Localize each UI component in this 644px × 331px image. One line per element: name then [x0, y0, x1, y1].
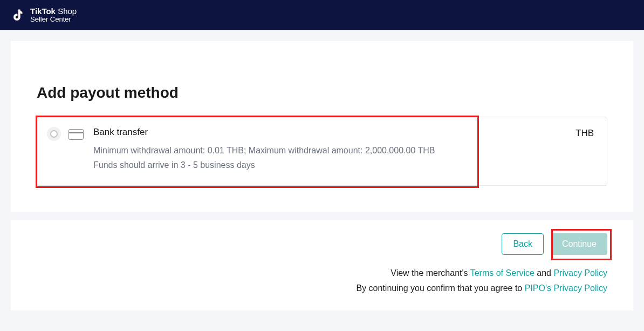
brand-subtitle: Seller Center — [30, 16, 77, 23]
legal-text: View the merchant's Terms of Service and… — [37, 266, 607, 295]
footer-panel: Back Continue View the merchant's Terms … — [11, 220, 633, 310]
option-detail-eta: Funds should arrive in 3 - 5 business da… — [93, 158, 576, 172]
button-row: Back Continue — [37, 233, 607, 255]
brand-light: Shop — [58, 6, 77, 16]
continue-button[interactable]: Continue — [551, 233, 607, 255]
option-detail-limits: Minimum withdrawal amount: 0.01 THB; Max… — [93, 143, 576, 158]
logo[interactable]: TikTok Shop Seller Center — [11, 7, 77, 24]
option-currency: THB — [576, 128, 594, 139]
back-button[interactable]: Back — [502, 233, 544, 255]
privacy-policy-link[interactable]: Privacy Policy — [553, 268, 607, 278]
legal-and: and — [535, 268, 554, 278]
pipo-privacy-link[interactable]: PIPO's Privacy Policy — [525, 283, 607, 293]
tiktok-icon — [11, 8, 26, 23]
logo-text: TikTok Shop Seller Center — [30, 7, 77, 24]
legal-prefix: View the merchant's — [390, 268, 470, 278]
main-panel: Add payout method Bank transfer Minimum … — [11, 41, 633, 212]
card-icon — [68, 129, 84, 140]
radio-inner — [50, 130, 58, 138]
confirm-prefix: By continuing you confirm that you agree… — [357, 283, 525, 293]
app-header: TikTok Shop Seller Center — [0, 0, 644, 30]
option-content: Bank transfer Minimum withdrawal amount:… — [93, 127, 576, 172]
terms-of-service-link[interactable]: Terms of Service — [470, 268, 535, 278]
option-title: Bank transfer — [93, 127, 576, 138]
page-title: Add payout method — [37, 84, 607, 102]
payout-option-bank-transfer[interactable]: Bank transfer Minimum withdrawal amount:… — [37, 117, 607, 186]
radio-button[interactable] — [47, 127, 61, 141]
brand-bold: TikTok — [30, 6, 56, 16]
